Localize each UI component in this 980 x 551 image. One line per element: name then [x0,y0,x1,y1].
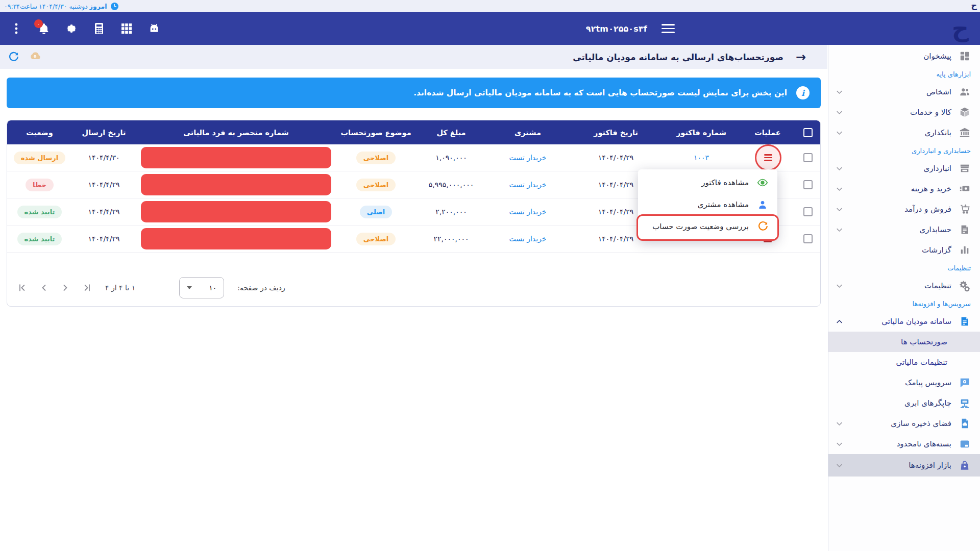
row-checkbox[interactable] [803,153,813,162]
tax-unique-number-redacted [141,201,331,222]
sidebar-item[interactable]: فضای ذخیره سازی [828,413,980,434]
appbar-icon-group: ۰ [10,12,160,45]
assistant-robot-icon[interactable] [148,22,160,35]
gears-icon [959,280,971,292]
invoice-number-link[interactable]: ۱۰۰۳ [694,154,709,162]
addons-bag-icon [959,459,971,471]
clock-icon [111,3,118,10]
context-menu-item[interactable]: بررسی وضعیت صورت حساب [638,215,777,237]
packages-icon [959,438,971,450]
company-code[interactable]: ۹۲tm۰۲۵۵۰s۳f [586,12,647,45]
eye-icon [757,177,768,188]
customer-link[interactable]: خریدار تست [509,154,547,162]
chevron-down-icon [836,462,843,469]
status-badge: خطا [26,179,54,191]
cart-icon [959,203,971,215]
sidebar-item-label: فضای ذخیره سازی [891,419,951,428]
select-all-checkbox[interactable] [803,128,813,137]
sidebar-item[interactable]: خرید و هزینه [828,179,980,199]
row-checkbox-cell [796,180,820,189]
sidebar-item[interactable]: انبارداری [828,158,980,179]
current-date-time: امروز دوشنبه ۱۴۰۴/۴/۳۰ ساعت۰۹:۳۴ [4,0,118,12]
sidebar-item[interactable]: بانکداری [828,122,980,143]
subject-badge: اصلی [360,206,392,218]
col-operations: عملیات [740,129,796,137]
notifications-bell-icon[interactable]: ۰ [38,22,50,35]
sidebar-item-label: گزارشات [922,245,951,255]
ledger-icon [959,223,971,236]
col-customer: مشتری [487,129,569,137]
customer-cell: خریدار تست [487,154,569,162]
send-date-cell: ۱۴۰۴/۴/۳۰ [72,154,136,162]
status-cell: تایید شده [7,206,72,218]
kebab-menu-icon[interactable] [10,22,22,35]
subject-cell: اصلاحی [336,179,415,191]
chevron-down-icon [836,88,843,96]
sidebar-section-label: تنظیمات [828,260,980,276]
sidebar-item[interactable]: گزارشات [828,240,980,260]
apps-grid-icon[interactable] [120,22,133,35]
table-header-row: عملیات شماره فاکتور تاریخ فاکتور مشتری م… [7,120,820,144]
sidebar-item[interactable]: سرویس پیامک [828,372,980,393]
box-icon [959,106,971,118]
chevron-down-icon [836,226,843,234]
sidebar-item[interactable]: فروش و درآمد [828,199,980,219]
sidebar-item[interactable]: حسابداری [828,219,980,240]
calculator-icon[interactable] [93,22,105,35]
bank-icon [959,127,971,139]
context-menu-item[interactable]: مشاهده فاکتور [638,171,777,193]
sidebar-item[interactable]: کالا و خدمات [828,102,980,122]
settings-gear-icon[interactable] [65,22,78,35]
col-status: وضعیت [7,129,72,137]
col-invoice-date: تاریخ فاکتور [569,129,663,137]
refresh-icon[interactable] [8,52,19,64]
date-text: دوشنبه ۱۴۰۴/۴/۳۰ [39,3,88,10]
row-actions-button-highlighted[interactable] [755,144,781,171]
context-menu-item[interactable]: مشاهده مشتری [638,193,777,215]
send-date-cell: ۱۴۰۴/۴/۲۹ [72,181,136,189]
customer-link[interactable]: خریدار تست [509,181,547,189]
person-icon [757,199,768,210]
sidebar-item[interactable]: اشخاص [828,82,980,102]
chevron-down-icon [836,185,843,193]
tax-unique-number-cell [136,228,336,249]
sidebar-item[interactable]: بسته‌های نامحدود [828,434,980,454]
row-checkbox[interactable] [803,207,813,216]
hamburger-menu-icon[interactable] [662,23,675,34]
send-date-cell: ۱۴۰۴/۴/۲۹ [72,208,136,216]
back-arrow-icon[interactable]: → [796,51,806,63]
status-badge: تایید شده [17,206,62,218]
prev-page-icon[interactable] [39,283,49,293]
sidebar-subitem[interactable]: صورتحساب ها [828,332,980,352]
cloud-upload-icon[interactable] [29,51,41,63]
brand-mini-logo: ح [971,1,977,10]
subject-badge: اصلاحی [356,233,396,245]
sidebar-item-label: بازار افزونه‌ها [909,461,951,470]
sidebar-item[interactable]: تنظیمات [828,276,980,296]
tax-unique-number-cell [136,174,336,195]
row-checkbox[interactable] [803,180,813,189]
context-menu-item-label: بررسی وضعیت صورت حساب [652,222,749,231]
first-page-icon[interactable] [17,283,28,293]
last-page-icon[interactable] [82,283,92,293]
customer-cell: خریدار تست [487,181,569,189]
chevron-down-icon [187,286,192,289]
chevron-up-icon [836,318,843,325]
rows-per-page-value: ۱۰ [209,284,216,292]
sidebar-item[interactable]: بازار افزونه‌ها [828,454,980,477]
customer-link[interactable]: خریدار تست [509,235,547,243]
sidebar-item[interactable]: پیشخوان [828,46,980,66]
row-checkbox[interactable] [803,234,813,243]
sidebar-item[interactable]: سامانه مودیان مالیاتی [828,311,980,332]
sidebar-item-label: کالا و خدمات [910,108,951,117]
subject-cell: اصلی [336,206,415,218]
next-page-icon[interactable] [60,283,70,293]
chevron-down-icon [836,282,843,290]
customer-link[interactable]: خریدار تست [509,208,547,216]
sidebar-item[interactable]: چاپگرهای ابری [828,393,980,413]
rows-per-page-select[interactable]: ۱۰ [179,277,224,298]
cash-icon [959,183,971,195]
sidebar-item-label: بانکداری [925,128,951,137]
sidebar-subitem[interactable]: تنظیمات مالیاتی [828,352,980,372]
storefront-icon [959,162,971,174]
